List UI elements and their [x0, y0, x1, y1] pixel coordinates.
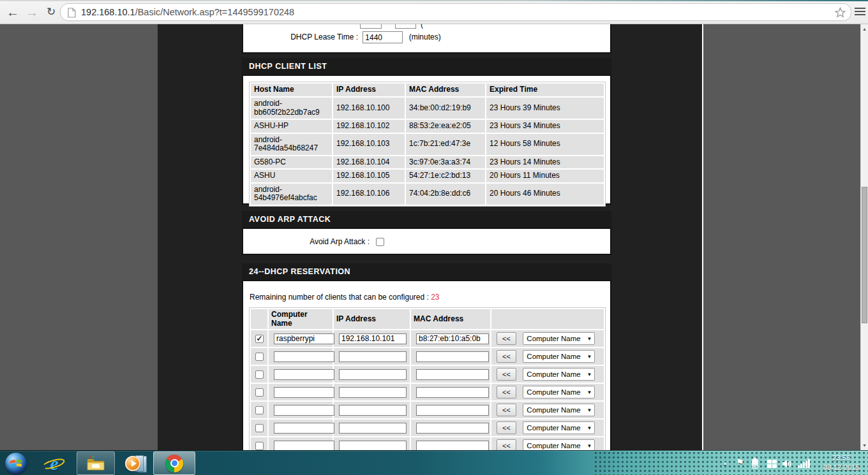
computer-name-select[interactable]: Computer Name▼: [523, 386, 595, 398]
reservation-row: << Computer Name▼: [251, 402, 604, 418]
mac-cell: 54:27:1e:c2:bd:13: [406, 170, 485, 182]
mac-address-input[interactable]: [416, 333, 489, 344]
computer-name-input[interactable]: [274, 333, 334, 344]
forward-icon[interactable]: →: [23, 3, 41, 21]
ip-address-input[interactable]: [339, 333, 407, 344]
folder-icon: [86, 455, 106, 472]
chevron-down-icon: ▼: [587, 333, 592, 345]
tray-window-grid-icon[interactable]: [767, 460, 777, 468]
computer-name-input[interactable]: [274, 423, 334, 434]
reservation-checkbox[interactable]: [255, 353, 264, 361]
wmp-taskbar-button[interactable]: [120, 451, 151, 475]
scroll-up-icon[interactable]: ▲: [861, 27, 868, 31]
computer-name-select[interactable]: Computer Name▼: [523, 421, 595, 434]
ip-cell: 192.168.10.106: [333, 184, 405, 205]
computer-name-input[interactable]: [274, 369, 334, 380]
mac-address-input[interactable]: [416, 351, 489, 362]
mac-cell: 88:53:2e:ea:e2:05: [406, 120, 485, 133]
computer-name-input[interactable]: [274, 441, 334, 451]
select-value: Computer Name: [527, 424, 580, 432]
chrome-taskbar-button[interactable]: [153, 451, 195, 475]
tray-clock[interactable]: 23:56 08-12-2015: [818, 453, 864, 472]
chevron-down-icon: ▼: [587, 422, 592, 434]
client-table-header: Host Name IP Address MAC Address Expired…: [251, 84, 604, 96]
address-bar[interactable]: 192.168.10.1/Basic/Network.asp?t=1449599…: [60, 3, 851, 21]
partial-input-2[interactable]: [395, 24, 416, 29]
reload-icon[interactable]: ↻: [42, 3, 60, 21]
reservation-checkbox[interactable]: [255, 335, 264, 343]
copy-left-button[interactable]: <<: [497, 350, 516, 363]
mac-address-input[interactable]: [416, 369, 489, 380]
lan-settings-section: ( DHCP Lease Time : (minutes): [242, 24, 611, 54]
ip-address-input[interactable]: [339, 387, 407, 398]
dhcp-lease-time-input[interactable]: [363, 31, 403, 43]
computer-name-input[interactable]: [274, 351, 334, 362]
ip-address-input[interactable]: [339, 423, 407, 434]
mac-address-input[interactable]: [416, 387, 489, 398]
reservation-checkbox[interactable]: [255, 442, 264, 450]
ip-address-input[interactable]: [339, 369, 407, 380]
chrome-menu-icon[interactable]: [855, 8, 865, 17]
copy-left-button[interactable]: <<: [497, 421, 516, 434]
reservation-row: << Computer Name▼: [251, 437, 604, 450]
mac-cell: 3c:97:0e:3a:a3:74: [406, 156, 485, 169]
battery-icon[interactable]: [752, 459, 758, 469]
copy-left-button[interactable]: <<: [497, 332, 516, 345]
chevron-down-icon: ▼: [587, 440, 592, 450]
reservation-checkbox[interactable]: [255, 424, 264, 432]
mac-address-input[interactable]: [416, 423, 489, 434]
expired-cell: 23 Hours 14 Minutes: [486, 156, 604, 169]
back-icon[interactable]: ←: [4, 3, 22, 21]
partial-input-1[interactable]: [360, 24, 382, 29]
screen: { "browser": { "url_domain": "192.168.10…: [0, 0, 868, 475]
copy-left-button[interactable]: <<: [497, 439, 516, 450]
computer-name-select[interactable]: Computer Name▼: [523, 368, 595, 381]
mac-address-input[interactable]: [416, 441, 489, 451]
bookmark-star-icon[interactable]: [834, 6, 846, 21]
reservation-checkbox[interactable]: [255, 370, 264, 379]
page-content: ( DHCP Lease Time : (minutes) DHCP CLIEN…: [0, 24, 868, 450]
dhcp-client-list-section: DHCP CLIENT LIST Host Name IP Address MA…: [242, 58, 611, 205]
media-player-icon: [125, 456, 140, 471]
start-button[interactable]: [4, 451, 28, 475]
expired-cell: 23 Hours 34 Minutes: [486, 120, 604, 133]
scroll-down-icon[interactable]: ▼: [861, 443, 868, 448]
scrollbar-thumb[interactable]: [862, 187, 867, 323]
computer-name-input[interactable]: [274, 405, 334, 416]
ie-taskbar-button[interactable]: e: [37, 451, 71, 475]
ip-address-input[interactable]: [339, 351, 407, 362]
select-value: Computer Name: [527, 406, 580, 414]
chrome-icon: [165, 455, 183, 472]
copy-left-button[interactable]: <<: [497, 368, 516, 381]
computer-name-select[interactable]: Computer Name▼: [523, 439, 595, 450]
ip-address-input[interactable]: [339, 405, 407, 416]
avoid-arp-checkbox[interactable]: [376, 238, 384, 246]
expired-cell: 12 Hours 58 Minutes: [486, 134, 604, 155]
computer-name-input[interactable]: [274, 387, 334, 398]
page-document-icon: [68, 8, 76, 20]
action-center-flag-icon[interactable]: ⚑: [736, 457, 744, 467]
ip-cell: 192.168.10.102: [333, 120, 405, 133]
copy-left-button[interactable]: <<: [497, 404, 516, 416]
reservation-checkbox[interactable]: [255, 406, 264, 414]
reservation-row: << Computer Name▼: [251, 384, 604, 400]
browser-scrollbar[interactable]: ▲ ▼: [860, 24, 868, 450]
browser-toolbar: ← → ↻ 192.168.10.1/Basic/Network.asp?t=1…: [0, 0, 868, 24]
reservation-checkbox[interactable]: [255, 388, 264, 397]
dhcp-reservation-section: 24--DHCP RESERVATION Remaining number of…: [242, 263, 611, 450]
mac-address-input[interactable]: [416, 405, 489, 416]
dhcp-client-table: Host Name IP Address MAC Address Expired…: [249, 82, 606, 207]
computer-name-select[interactable]: Computer Name▼: [523, 350, 595, 363]
explorer-taskbar-button[interactable]: [77, 451, 115, 475]
computer-name-select[interactable]: Computer Name▼: [523, 404, 595, 416]
show-hidden-icons-button[interactable]: ▲: [722, 460, 728, 466]
copy-left-button[interactable]: <<: [497, 386, 516, 398]
network-signal-icon[interactable]: [798, 459, 810, 468]
mac-cell: 74:04:2b:8e:dd:c6: [406, 184, 485, 205]
computer-name-select[interactable]: Computer Name▼: [523, 332, 595, 345]
expired-cell: 20 Hours 11 Minutes: [486, 170, 604, 182]
host-name-cell: G580-PC: [251, 156, 332, 169]
ip-address-input[interactable]: [339, 441, 407, 451]
reservation-table-header: Computer Name IP Address MAC Address: [251, 309, 604, 329]
volume-icon[interactable]: [782, 459, 792, 471]
